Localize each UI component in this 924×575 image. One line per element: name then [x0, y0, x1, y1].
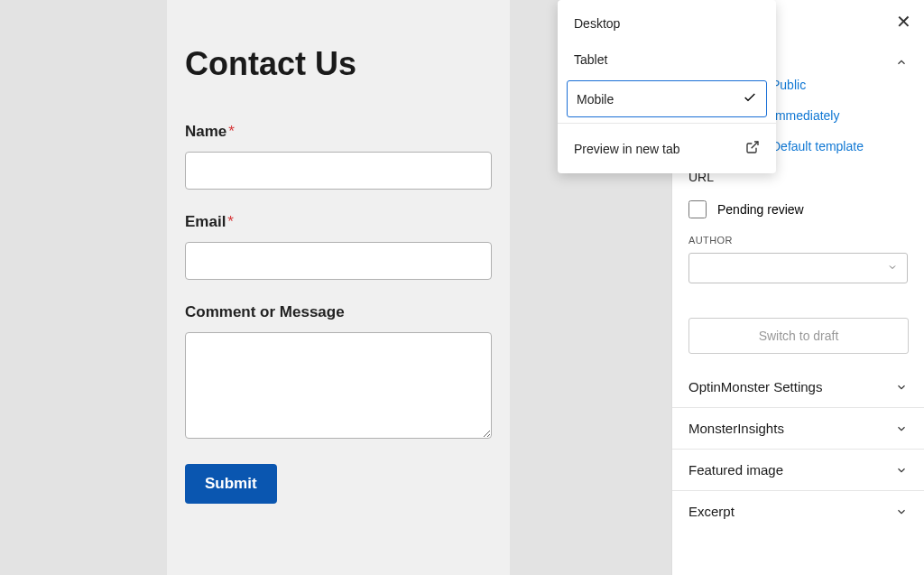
close-icon: ✕	[896, 12, 911, 32]
pending-review-checkbox[interactable]	[688, 200, 707, 218]
external-link-icon	[745, 140, 760, 157]
chevron-down-icon	[895, 422, 908, 435]
publish-value-link[interactable]: Immediately	[772, 108, 839, 123]
author-heading: AUTHOR	[688, 235, 908, 246]
author-select[interactable]	[688, 253, 908, 283]
preview-option-tablet[interactable]: Tablet	[558, 42, 776, 78]
comment-textarea[interactable]	[185, 332, 492, 439]
check-icon	[743, 90, 757, 107]
chevron-down-icon	[895, 464, 908, 477]
panel-monsterinsights[interactable]: MonsterInsights	[672, 407, 924, 449]
chevron-down-icon	[887, 260, 898, 276]
chevron-down-icon	[895, 381, 908, 394]
form-preview-panel: Contact Us Name* Email* Comment or Messa…	[167, 0, 510, 575]
submit-button[interactable]: Submit	[185, 464, 277, 504]
comment-label: Comment or Message	[185, 303, 492, 321]
name-label: Name*	[185, 123, 492, 141]
preview-dropdown: Desktop Tablet Mobile Preview in new tab	[558, 0, 776, 173]
required-mark: *	[228, 123, 235, 140]
page-title: Contact Us	[185, 45, 492, 83]
name-input[interactable]	[185, 152, 492, 190]
panel-excerpt[interactable]: Excerpt	[672, 490, 924, 532]
menu-divider	[558, 123, 776, 124]
chevron-up-icon	[895, 56, 908, 69]
email-input[interactable]	[185, 242, 492, 280]
switch-to-draft-button[interactable]: Switch to draft	[688, 318, 909, 354]
email-label: Email*	[185, 213, 492, 231]
required-mark: *	[227, 213, 234, 230]
preview-option-mobile[interactable]: Mobile	[567, 80, 767, 117]
close-sidebar-button[interactable]: ✕	[896, 13, 911, 31]
panel-featured-image[interactable]: Featured image	[672, 449, 924, 490]
pending-review-label: Pending review	[717, 202, 804, 217]
preview-option-desktop[interactable]: Desktop	[558, 5, 776, 42]
preview-new-tab[interactable]: Preview in new tab	[558, 129, 776, 168]
svg-line-0	[752, 142, 758, 148]
chevron-down-icon	[895, 505, 908, 518]
visibility-value-link[interactable]: Public	[772, 78, 806, 92]
template-value-link[interactable]: Default template	[772, 139, 864, 153]
panel-optinmonster[interactable]: OptinMonster Settings	[672, 366, 924, 407]
